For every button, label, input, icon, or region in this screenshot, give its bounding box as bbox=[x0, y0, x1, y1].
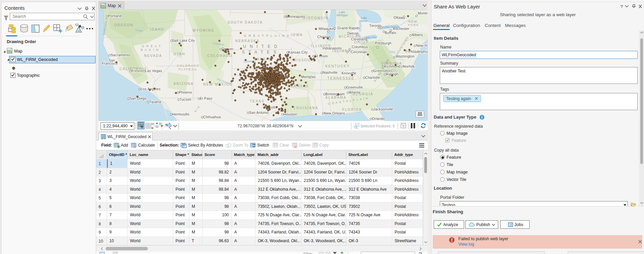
svg-text:TEXAS: TEXAS bbox=[250, 99, 265, 103]
svg-text:Norfolk: Norfolk bbox=[403, 65, 415, 68]
svg-text:Grand Rapids: Grand Rapids bbox=[338, 26, 360, 30]
svg-text:Tijuana: Tijuana bbox=[149, 100, 161, 104]
svg-text:Cincinnati: Cincinnati bbox=[351, 50, 367, 54]
svg-text:FLORIDA: FLORIDA bbox=[342, 108, 362, 112]
svg-text:UTAH: UTAH bbox=[173, 52, 185, 56]
svg-text:Chihuahua: Chihuahua bbox=[203, 115, 221, 119]
svg-text:Lake Ontario: Lake Ontario bbox=[383, 25, 400, 29]
svg-text:Memphis: Memphis bbox=[301, 75, 316, 79]
svg-text:Salt Lake City: Salt Lake City bbox=[172, 39, 195, 42]
svg-text:U N I T E D: U N I T E D bbox=[243, 44, 278, 49]
svg-text:Buffalo: Buffalo bbox=[385, 31, 396, 35]
svg-text:G R E A T P L A I N S: G R E A T P L A I N S bbox=[244, 34, 290, 37]
svg-text:Nashville: Nashville bbox=[323, 71, 338, 74]
svg-text:Pittsburgh: Pittsburgh bbox=[375, 41, 392, 45]
svg-text:Detroit: Detroit bbox=[347, 32, 358, 35]
svg-text:Hermosillo: Hermosillo bbox=[172, 113, 189, 116]
svg-text:G R E A T: G R E A T bbox=[142, 44, 161, 48]
svg-text:ALABAMA: ALABAMA bbox=[325, 96, 347, 99]
svg-text:El Paso: El Paso bbox=[200, 97, 212, 100]
svg-text:N: N bbox=[165, 123, 168, 127]
svg-text:New Yo: New Yo bbox=[416, 44, 428, 47]
svg-text:IDAHO: IDAHO bbox=[150, 28, 164, 31]
svg-text:Francisco: Francisco bbox=[102, 62, 118, 65]
svg-text:OREGON: OREGON bbox=[114, 23, 134, 27]
svg-text:YORK: YORK bbox=[408, 23, 419, 27]
svg-text:Lake Erie: Lake Erie bbox=[365, 36, 377, 39]
svg-text:TENNESSEE: TENNESSEE bbox=[327, 76, 354, 80]
svg-text:Sacramento: Sacramento bbox=[111, 53, 130, 57]
svg-text:Greensboro: Greensboro bbox=[373, 69, 393, 73]
svg-text:Charlotte: Charlotte bbox=[365, 76, 380, 80]
svg-text:?: ? bbox=[620, 4, 623, 9]
svg-text:ARIZONA: ARIZONA bbox=[173, 82, 194, 86]
svg-text:x: x bbox=[134, 145, 136, 148]
svg-text:Richmond: Richmond bbox=[384, 65, 400, 68]
svg-text:Washington: Washington bbox=[396, 55, 414, 58]
svg-text:Columbus: Columbus bbox=[352, 45, 368, 49]
svg-text:Jacksonville: Jacksonville bbox=[373, 107, 393, 111]
svg-text:KENTUCKY: KENTUCKY bbox=[325, 64, 350, 68]
svg-text:Orlando: Orlando bbox=[372, 117, 385, 121]
svg-text:LOUISIANA: LOUISIANA bbox=[294, 106, 318, 110]
svg-text:Fresno: Fresno bbox=[132, 69, 143, 73]
svg-text:Atlanta: Atlanta bbox=[349, 91, 360, 94]
svg-text:Montre: Montre bbox=[418, 11, 428, 15]
svg-text:Michigan: Michigan bbox=[337, 13, 348, 17]
svg-text:S T A T E S: S T A T E S bbox=[242, 50, 277, 55]
svg-text:San Antonio: San Antonio bbox=[249, 111, 269, 115]
svg-text:NEW: NEW bbox=[408, 20, 418, 23]
svg-text:WYOMING: WYOMING bbox=[192, 29, 214, 32]
svg-text:Greenville: Greenville bbox=[346, 86, 363, 89]
svg-text:PLATEAU: PLATEAU bbox=[179, 68, 197, 71]
svg-text:Albany: Albany bbox=[412, 33, 423, 37]
svg-text:Huron: Huron bbox=[359, 19, 367, 23]
svg-text:COLORADO: COLORADO bbox=[177, 64, 200, 67]
svg-text:Houston: Houston bbox=[284, 113, 297, 116]
svg-text:WISCONSIN: WISCONSIN bbox=[302, 16, 329, 20]
svg-text:Philadelphia: Philadelphia bbox=[408, 50, 428, 54]
svg-text:Tucson: Tucson bbox=[180, 98, 191, 101]
svg-text:Portland: Portland bbox=[108, 14, 122, 18]
svg-text:Birmingham: Birmingham bbox=[325, 92, 345, 96]
svg-text:B A S I N: B A S I N bbox=[141, 48, 159, 52]
svg-text:New Orleans: New Orleans bbox=[324, 112, 345, 115]
svg-text:Indianapolis: Indianapolis bbox=[322, 46, 342, 50]
svg-text:Phoenix: Phoenix bbox=[179, 91, 192, 94]
svg-text:NEVADA: NEVADA bbox=[144, 54, 162, 58]
svg-text:IOWA: IOWA bbox=[291, 33, 303, 37]
svg-text:Las Vegas: Las Vegas bbox=[145, 69, 162, 73]
svg-text:Milwaukee: Milwaukee bbox=[319, 27, 336, 31]
svg-text:Toronto: Toronto bbox=[369, 24, 381, 28]
svg-text:Olve: Olve bbox=[390, 50, 396, 54]
svg-text:Kansas City: Kansas City bbox=[288, 51, 308, 54]
svg-text:SOUTH DAKOTA: SOUTH DAKOTA bbox=[227, 21, 263, 24]
